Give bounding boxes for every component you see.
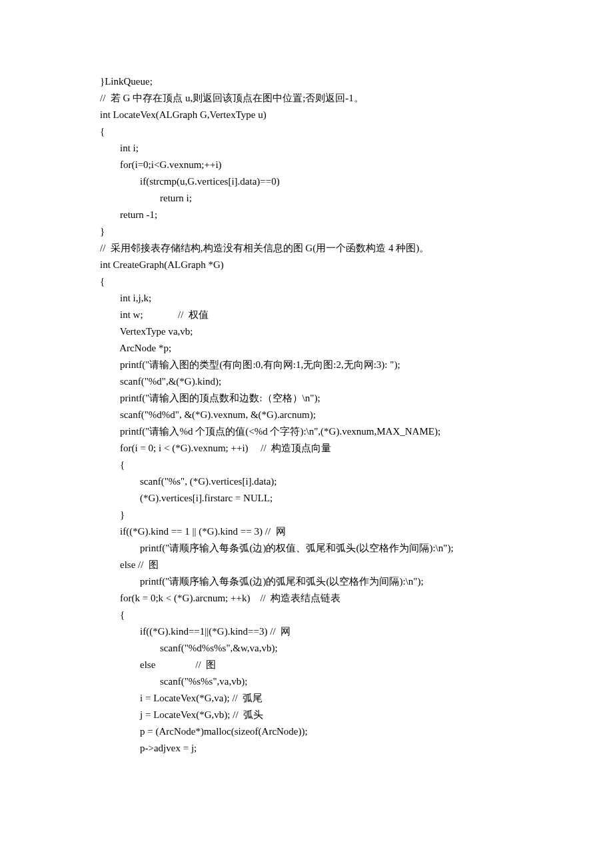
code-line: else // 图 — [100, 557, 513, 573]
code-line: { — [100, 123, 513, 140]
code-line: printf("请顺序输入每条弧(边)的弧尾和弧头(以空格作为间隔):\n"); — [100, 573, 513, 590]
code-line: { — [100, 607, 513, 623]
code-line: int i; — [100, 140, 513, 157]
code-line: (*G).vertices[i].firstarc = NULL; — [100, 490, 513, 507]
code-line: if((*G).kind == 1 || (*G).kind == 3) // … — [100, 523, 513, 540]
code-line: p = (ArcNode*)malloc(sizeof(ArcNode)); — [100, 723, 513, 740]
code-line: int w; // 权值 — [100, 307, 513, 323]
code-line: scanf("%s%s",va,vb); — [100, 673, 513, 690]
code-line: if((*G).kind==1||(*G).kind==3) // 网 — [100, 623, 513, 640]
code-line: { — [100, 457, 513, 473]
code-line: j = LocateVex(*G,vb); // 弧头 — [100, 707, 513, 723]
code-line: int LocateVex(ALGraph G,VertexType u) — [100, 107, 513, 123]
code-line: for(k = 0;k < (*G).arcnum; ++k) // 构造表结点… — [100, 590, 513, 607]
code-line: scanf("%d%s%s",&w,va,vb); — [100, 640, 513, 657]
code-line: printf("请输入图的类型(有向图:0,有向网:1,无向图:2,无向网:3)… — [100, 357, 513, 373]
code-line: }LinkQueue; — [100, 73, 513, 90]
code-line: else // 图 — [100, 657, 513, 673]
code-line: int CreateGraph(ALGraph *G) — [100, 257, 513, 273]
code-line: // 若 G 中存在顶点 u,则返回该顶点在图中位置;否则返回-1。 — [100, 90, 513, 107]
code-line: for(i=0;i<G.vexnum;++i) — [100, 157, 513, 173]
code-line: // 采用邻接表存储结构,构造没有相关信息的图 G(用一个函数构造 4 种图)。 — [100, 240, 513, 257]
document-page: }LinkQueue;// 若 G 中存在顶点 u,则返回该顶点在图中位置;否则… — [0, 0, 613, 868]
code-line: p->adjvex = j; — [100, 740, 513, 757]
code-line: if(strcmp(u,G.vertices[i].data)==0) — [100, 173, 513, 190]
code-line: VertexType va,vb; — [100, 323, 513, 340]
code-line: return i; — [100, 190, 513, 207]
code-line: scanf("%d%d", &(*G).vexnum, &(*G).arcnum… — [100, 407, 513, 423]
code-line: int i,j,k; — [100, 290, 513, 307]
code-line: } — [100, 223, 513, 240]
code-line: printf("请输入图的顶点数和边数:（空格）\n"); — [100, 390, 513, 407]
code-line: printf("请输入%d 个顶点的值(<%d 个字符):\n",(*G).ve… — [100, 423, 513, 440]
code-line: i = LocateVex(*G,va); // 弧尾 — [100, 690, 513, 707]
code-line: printf("请顺序输入每条弧(边)的权值、弧尾和弧头(以空格作为间隔):\n… — [100, 540, 513, 557]
code-line: } — [100, 507, 513, 523]
code-line: return -1; — [100, 207, 513, 223]
code-line: for(i = 0; i < (*G).vexnum; ++i) // 构造顶点… — [100, 440, 513, 457]
code-line: scanf("%s", (*G).vertices[i].data); — [100, 473, 513, 490]
code-line: { — [100, 273, 513, 290]
code-line: scanf("%d",&(*G).kind); — [100, 373, 513, 390]
code-line: ArcNode *p; — [100, 340, 513, 357]
